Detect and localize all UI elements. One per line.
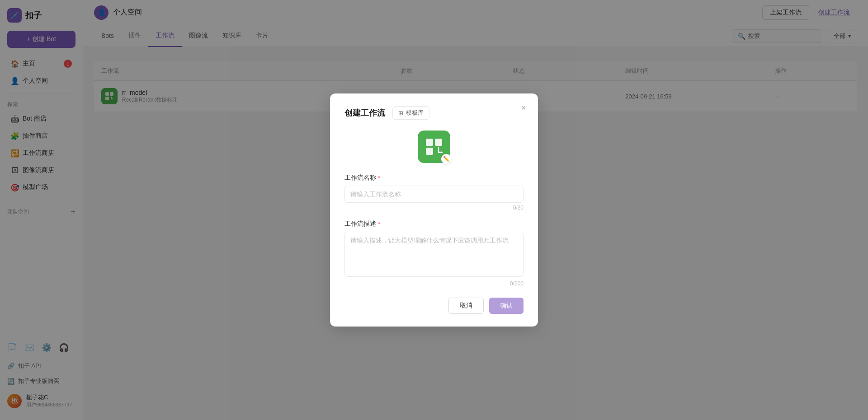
desc-label: 工作流描述 * xyxy=(344,220,524,228)
workflow-name-group: 工作流名称 * 0/30 xyxy=(344,174,524,211)
create-workflow-modal: 创建工作流 ⊞ 模板库 × ✏️ 工作流名称 * xyxy=(330,93,538,327)
desc-counter: 0/600 xyxy=(344,280,524,287)
modal-footer: 取消 确认 xyxy=(344,298,524,314)
name-required-star: * xyxy=(378,174,380,182)
modal-workflow-icon[interactable]: ✏️ xyxy=(418,131,450,163)
modal-close-button[interactable]: × xyxy=(518,103,529,113)
template-icon: ⊞ xyxy=(398,110,403,117)
name-label: 工作流名称 * xyxy=(344,174,524,182)
modal-header: 创建工作流 ⊞ 模板库 xyxy=(344,106,524,120)
confirm-button[interactable]: 确认 xyxy=(489,298,524,314)
cancel-button[interactable]: 取消 xyxy=(448,298,484,314)
svg-rect-5 xyxy=(426,148,433,155)
modal-workflow-icon-svg xyxy=(423,136,445,158)
desc-required-star: * xyxy=(378,220,380,228)
workflow-name-input[interactable] xyxy=(344,186,524,203)
svg-rect-3 xyxy=(426,139,433,146)
modal-overlay: 创建工作流 ⊞ 模板库 × ✏️ 工作流名称 * xyxy=(0,0,868,420)
modal-icon-area: ✏️ xyxy=(344,131,524,163)
template-library-button[interactable]: ⊞ 模板库 xyxy=(392,106,429,120)
workflow-desc-group: 工作流描述 * 0/600 xyxy=(344,220,524,287)
name-counter: 0/30 xyxy=(344,205,524,211)
modal-title: 创建工作流 xyxy=(344,107,385,118)
icon-edit-badge[interactable]: ✏️ xyxy=(441,154,451,164)
template-btn-label: 模板库 xyxy=(406,109,424,117)
workflow-desc-input[interactable] xyxy=(344,232,524,277)
svg-rect-4 xyxy=(435,139,442,146)
